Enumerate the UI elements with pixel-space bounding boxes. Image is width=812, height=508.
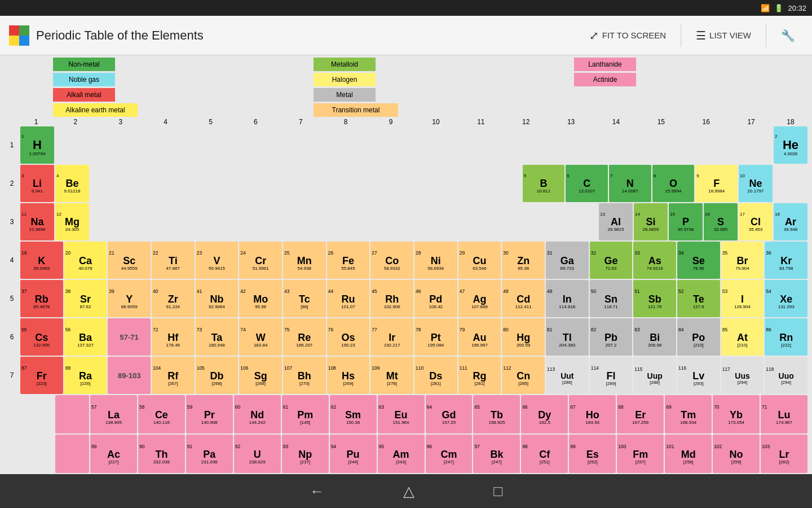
element-Ag[interactable]: 47Ag107.868 xyxy=(458,280,501,317)
element-Pm[interactable]: 61Pm[145] xyxy=(282,395,329,433)
element-Sb[interactable]: 51Sb121.76 xyxy=(633,280,676,317)
element-Uup[interactable]: 115Uup[288] xyxy=(633,357,676,394)
element-Sn[interactable]: 50Sn118.71 xyxy=(590,280,633,317)
element-Be[interactable]: 4 Be 9.01218 xyxy=(55,165,89,202)
element-Sr[interactable]: 38Sr87.62 xyxy=(64,280,107,317)
element-Si[interactable]: 14 Si 28.0855 xyxy=(634,203,668,240)
element-Ho[interactable]: 67Ho164.93 xyxy=(569,395,616,433)
element-Bi[interactable]: 83Bi208.98 xyxy=(633,318,676,356)
element-U[interactable]: 92U238.029 xyxy=(234,435,281,473)
home-button[interactable]: △ xyxy=(403,483,414,500)
element-Gd[interactable]: 64Gd157.25 xyxy=(426,395,473,433)
element-Li[interactable]: 3 Li 6.941 xyxy=(20,165,54,202)
element-Xe[interactable]: 54Xe131.293 xyxy=(765,280,807,317)
element-Ni[interactable]: 28Ni58.6934 xyxy=(414,242,457,279)
element-La[interactable]: 57La138.905 xyxy=(90,395,137,433)
element-Rb[interactable]: 37Rb85.4678 xyxy=(20,280,63,317)
element-Lr[interactable]: 103Lr[262] xyxy=(761,435,807,473)
element-Cs[interactable]: 55Cs132.905 xyxy=(20,318,63,356)
element-Md[interactable]: 101Md[258] xyxy=(665,435,712,473)
element-Nb[interactable]: 41Nb92.9064 xyxy=(196,280,239,317)
element-Mn[interactable]: 25Mn54.938 xyxy=(283,242,326,279)
element-Hf[interactable]: 72Hf178.49 xyxy=(152,318,195,356)
element-I[interactable]: 53I126.904 xyxy=(721,280,764,317)
recents-button[interactable]: □ xyxy=(493,483,502,500)
element-Hs[interactable]: 108Hs[269] xyxy=(327,357,370,394)
element-In[interactable]: 49In114.818 xyxy=(546,280,589,317)
element-Mg[interactable]: 12 Mg 24.305 xyxy=(55,203,89,240)
element-Pb[interactable]: 82Pb207.2 xyxy=(590,318,633,356)
element-Cf[interactable]: 98Cf[251] xyxy=(521,435,568,473)
element-Po[interactable]: 84Po[210] xyxy=(677,318,720,356)
element-Ds[interactable]: 110Ds[281] xyxy=(414,357,457,394)
element-Ga[interactable]: 31Ga69.723 xyxy=(546,242,589,279)
element-Mt[interactable]: 109Mt[278] xyxy=(370,357,413,394)
element-Ca[interactable]: 20Ca40.078 xyxy=(64,242,107,279)
element-Bh[interactable]: 107Bh[270] xyxy=(283,357,326,394)
element-Ce[interactable]: 58Ce140.116 xyxy=(138,395,185,433)
element-Tl[interactable]: 81Tl204.383 xyxy=(546,318,589,356)
element-Sg[interactable]: 106Sg[269] xyxy=(239,357,282,394)
element-Ti[interactable]: 22Ti47.867 xyxy=(152,242,195,279)
list-view-button[interactable]: ☰ LIST VIEW xyxy=(688,24,759,47)
element-No[interactable]: 102No[259] xyxy=(713,435,760,473)
element-Rn[interactable]: 86Rn[222] xyxy=(765,318,807,356)
element-Ne[interactable]: 10 Ne 20.1797 xyxy=(739,165,773,202)
element-O[interactable]: 8 O 15.9994 xyxy=(652,165,695,202)
element-Pa[interactable]: 91Pa231.036 xyxy=(186,435,233,473)
element-Sc[interactable]: 21Sc44.9559 xyxy=(108,242,151,279)
element-Rf[interactable]: 104Rf[267] xyxy=(152,357,195,394)
placeholder-89-103[interactable]: 89-103 xyxy=(108,357,151,394)
element-Uut[interactable]: 113Uut[286] xyxy=(546,357,589,394)
element-Tm[interactable]: 69Tm168.934 xyxy=(665,395,712,433)
element-Lu[interactable]: 71Lu174.967 xyxy=(761,395,807,433)
element-As[interactable]: 33As74.9216 xyxy=(633,242,676,279)
element-Cl[interactable]: 17 Cl 35.453 xyxy=(739,203,773,240)
element-W[interactable]: 74W183.84 xyxy=(239,318,282,356)
element-C[interactable]: 6 C 12.0107 xyxy=(566,165,608,202)
element-Nd[interactable]: 60Nd144.242 xyxy=(234,395,281,433)
element-Tc[interactable]: 43Tc[98] xyxy=(283,280,326,317)
element-Cu[interactable]: 29Cu63.546 xyxy=(458,242,501,279)
element-Fm[interactable]: 100Fm[257] xyxy=(617,435,664,473)
element-P[interactable]: 15 P 30.9738 xyxy=(669,203,703,240)
element-Ra[interactable]: 88Ra[226] xyxy=(64,357,107,394)
element-Re[interactable]: 75Re186.207 xyxy=(283,318,326,356)
placeholder-57-71[interactable]: 57-71 xyxy=(108,318,151,356)
element-K[interactable]: 19K39.0983 xyxy=(20,242,63,279)
element-Zr[interactable]: 40Zr91.224 xyxy=(152,280,195,317)
element-Db[interactable]: 105Db[268] xyxy=(196,357,239,394)
element-Y[interactable]: 39Y88.9059 xyxy=(108,280,151,317)
element-Ru[interactable]: 44Ru101.07 xyxy=(327,280,370,317)
element-Bk[interactable]: 97Bk[247] xyxy=(473,435,520,473)
element-Fl[interactable]: 114Fl[289] xyxy=(590,357,633,394)
element-Kr[interactable]: 36Kr83.798 xyxy=(765,242,807,279)
element-Fe[interactable]: 26Fe55.845 xyxy=(327,242,370,279)
element-Ar[interactable]: 18 Ar 39.948 xyxy=(774,203,807,240)
element-Ba[interactable]: 56Ba137.327 xyxy=(64,318,107,356)
element-V[interactable]: 23V50.9415 xyxy=(196,242,239,279)
element-Lv[interactable]: 116Lv[293] xyxy=(677,357,720,394)
element-Rh[interactable]: 45Rh102.906 xyxy=(370,280,413,317)
element-Zn[interactable]: 30Zn65.38 xyxy=(502,242,545,279)
element-Al[interactable]: 13 Al 26.9815 xyxy=(599,203,633,240)
element-Au[interactable]: 79Au196.967 xyxy=(458,318,501,356)
element-Dy[interactable]: 66Dy162.5 xyxy=(521,395,568,433)
settings-button[interactable]: 🔧 xyxy=(773,24,803,47)
element-Hg[interactable]: 80Hg200.59 xyxy=(502,318,545,356)
element-Es[interactable]: 99Es[252] xyxy=(569,435,616,473)
element-Na[interactable]: 11 Na 22.9898 xyxy=(20,203,54,240)
element-Pd[interactable]: 46Pd106.42 xyxy=(414,280,457,317)
element-Mo[interactable]: 42Mo95.96 xyxy=(239,280,282,317)
back-button[interactable]: ← xyxy=(310,483,324,500)
element-Tb[interactable]: 65Tb158.925 xyxy=(473,395,520,433)
element-Er[interactable]: 68Er167.259 xyxy=(617,395,664,433)
element-Yb[interactable]: 70Yb173.054 xyxy=(713,395,760,433)
element-Cm[interactable]: 96Cm[247] xyxy=(426,435,473,473)
fit-to-screen-button[interactable]: ⤢ FIT TO SCREEN xyxy=(581,24,674,47)
element-Br[interactable]: 35Br79.904 xyxy=(721,242,764,279)
element-F[interactable]: 9 F 18.9984 xyxy=(695,165,738,202)
element-Pr[interactable]: 59Pr140.908 xyxy=(186,395,233,433)
element-Cd[interactable]: 48Cd112.411 xyxy=(502,280,545,317)
element-Np[interactable]: 93Np[237] xyxy=(282,435,329,473)
